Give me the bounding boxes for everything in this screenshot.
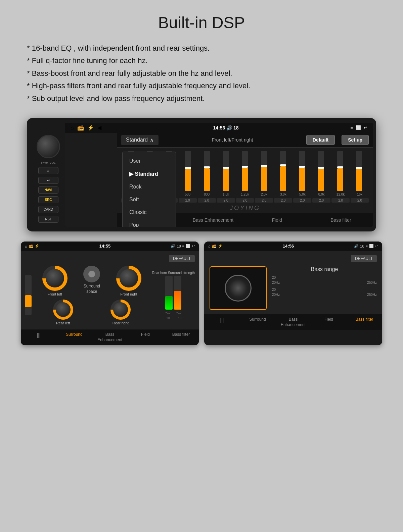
panel-tab-bass-filter[interactable]: Bass filter (163, 329, 199, 345)
surround-default-btn[interactable]: DEFAULT (169, 255, 195, 262)
rear-right-knob[interactable] (110, 300, 131, 320)
bass-panel-tabs: ||| Surround BassEnhancement Field Bass … (204, 314, 382, 330)
feature-item-4: * High-pass filters front and rear fully… (27, 79, 376, 92)
b-panel-tab-surround[interactable]: Surround (240, 314, 275, 330)
eq-freq-label: 3.0k (274, 193, 292, 196)
s-back-icon[interactable]: ↩ (192, 244, 195, 248)
b-menu-icon[interactable]: ≡ (366, 244, 368, 248)
bass-panel: ⌂ 📻 ⚡ 14:56 🔊 18 ≡ ⬜ ↩ DEFAULT (204, 242, 382, 345)
pwr-label: PWR (41, 161, 48, 164)
b-wifi-icon: ⚡ (218, 244, 223, 248)
feature-item-5: * Sub output level and low pass frequenc… (27, 92, 376, 105)
eq-band[interactable] (236, 151, 254, 191)
slider2-range: 20Hz 250Hz (272, 293, 377, 297)
panel-tab-field[interactable]: Field (128, 329, 163, 345)
left-level-slider[interactable] (25, 275, 32, 315)
eq-band[interactable] (198, 151, 216, 191)
side-controls: PWR VOL ⌂ ↩ NAVI SRC CARD RST (32, 135, 65, 223)
dsp-tab-bass-enhancement[interactable]: Bass Enhancement (181, 215, 245, 225)
default-button[interactable]: Default (306, 135, 335, 145)
home-icon: ⌂ (71, 125, 74, 131)
s-vol-icon: 🔊 (171, 244, 175, 248)
front-left-knob[interactable] (42, 266, 68, 291)
panel-tab-eq[interactable]: ||| (21, 329, 56, 345)
home-btn[interactable]: ⌂ (38, 167, 58, 174)
eq-band[interactable] (350, 151, 368, 191)
device-screen: ⌂ 📻 ⚡ ◀ 14:56 🔊 18 ≡ ⬜ ↩ (65, 123, 373, 227)
surround-time: 14:55 (99, 244, 110, 249)
vu-bar-right (174, 276, 181, 310)
status-left-icons: ⌂ 📻 ⚡ ◀ (71, 124, 101, 131)
eq-freq-label: 8.0k (312, 193, 330, 196)
wifi-icon: ⚡ (87, 124, 94, 131)
b-panel-tab-bass-filter[interactable]: Bass filter (347, 314, 382, 330)
menu-icon[interactable]: ≡ (350, 125, 353, 130)
b-radio-icon: 📻 (212, 244, 217, 248)
setup-button[interactable]: Set up (342, 135, 369, 145)
eq-freq-label: 16k (351, 193, 369, 196)
brand-logo: JOYING (230, 205, 260, 211)
eq-value-label: 2.0 (198, 198, 216, 203)
s-menu-icon[interactable]: ≡ (182, 244, 184, 248)
s-win-icon[interactable]: ⬜ (186, 244, 190, 248)
preset-classic[interactable]: Classic (123, 206, 176, 219)
bass-statusbar: ⌂ 📻 ⚡ 14:56 🔊 18 ≡ ⬜ ↩ (204, 242, 382, 251)
back-btn[interactable]: ↩ (38, 177, 58, 184)
eq-freq-label: 500 (179, 193, 197, 196)
surround-space-group: Surroundspace (83, 266, 100, 296)
eq-value-label: 2.0 (351, 198, 369, 203)
surround-statusbar: ⌂ 📻 ⚡ 14:55 🔊 18 ≡ ⬜ ↩ (21, 242, 199, 251)
rear-horn-label: Rear horn Surround strength (152, 271, 195, 275)
bass-content: DEFAULT Bass range 20 (204, 251, 382, 314)
b-eq-icon: ||| (205, 317, 239, 323)
bass-default-btn[interactable]: DEFAULT (351, 255, 377, 262)
eq-band[interactable] (274, 151, 292, 191)
preset-pop[interactable]: Pop (123, 219, 176, 227)
nav-icon: ◀ (97, 124, 101, 131)
b-vol-icon: 🔊 (354, 244, 359, 248)
preset-rock[interactable]: Rock (123, 180, 176, 193)
eq-band[interactable] (255, 151, 273, 191)
src-btn[interactable]: SRC (38, 196, 58, 203)
preset-selector[interactable]: Standard ∧ (121, 135, 159, 145)
preset-dropdown[interactable]: User Standard Rock Soft Classic Pop (122, 152, 176, 227)
slider2-top: 20 (272, 288, 276, 291)
back-icon[interactable]: ↩ (364, 125, 367, 130)
dsp-tab-bass-filter[interactable]: Bass filter (309, 215, 373, 225)
preset-user[interactable]: User (123, 155, 176, 167)
surround-panel: ⌂ 📻 ⚡ 14:55 🔊 18 ≡ ⬜ ↩ DEFAULT (21, 242, 199, 345)
card-btn[interactable]: CARD (38, 206, 58, 213)
eq-band[interactable] (293, 151, 311, 191)
b-panel-tab-bass-enh[interactable]: BassEnhancement (275, 314, 311, 330)
s-wifi-icon: ⚡ (35, 244, 39, 248)
panel-tab-surround[interactable]: Surround (56, 329, 92, 345)
eq-band[interactable] (179, 151, 197, 191)
front-right-knob[interactable] (116, 266, 141, 291)
preset-standard[interactable]: Standard (123, 167, 176, 180)
rear-left-knob[interactable] (53, 300, 73, 320)
eq-band[interactable] (217, 151, 235, 191)
eq-band[interactable] (312, 151, 330, 191)
page-header: Built-in DSP (0, 0, 403, 39)
b-back-icon[interactable]: ↩ (375, 244, 378, 248)
preset-soft[interactable]: Soft (123, 193, 176, 206)
status-time: 14:56 🔊 18 (213, 125, 238, 130)
navi-btn[interactable]: NAVI (38, 187, 58, 194)
b-win-icon[interactable]: ⬜ (369, 244, 374, 248)
rear-right-knob-group: Rear right (110, 300, 131, 325)
eq-band[interactable] (331, 151, 349, 191)
rst-btn[interactable]: RST (38, 216, 58, 223)
main-status-bar: ⌂ 📻 ⚡ ◀ 14:56 🔊 18 ≡ ⬜ ↩ (65, 123, 373, 133)
vu-max-label: +10 (165, 311, 170, 314)
window-icon[interactable]: ⬜ (356, 125, 361, 130)
b-panel-tab-field[interactable]: Field (311, 314, 347, 330)
vu-min-label: -10 (165, 316, 170, 320)
dsp-tab-field[interactable]: Field (245, 215, 309, 225)
b-panel-tab-eq[interactable]: ||| (204, 314, 240, 330)
panel-tab-bass-enh[interactable]: BassEnhancement (92, 329, 128, 345)
eq-freq-label: 12.0k (331, 193, 350, 196)
volume-knob[interactable] (37, 135, 60, 158)
s-radio-icon: 📻 (29, 244, 33, 248)
radio-icon: 📻 (77, 124, 84, 131)
rear-horn-group: Rear horn Surround strength +10 +10 (152, 271, 195, 320)
